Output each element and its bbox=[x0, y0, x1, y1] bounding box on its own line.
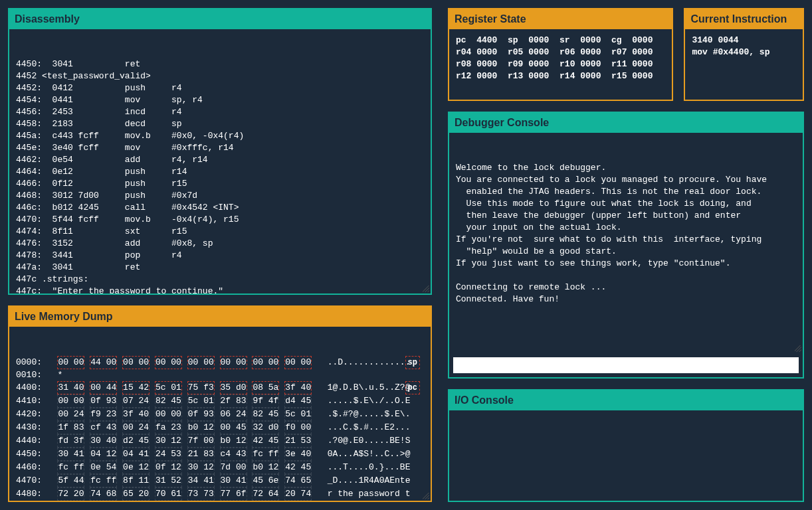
memory-word[interactable]: 74 68 bbox=[90, 487, 117, 501]
memory-ascii: 1@.D.B\.u.5..Z?@ bbox=[328, 382, 411, 392]
memory-word[interactable]: 21 53 bbox=[284, 434, 312, 448]
memory-word[interactable]: 72 20 bbox=[57, 487, 84, 501]
memory-word[interactable]: 00 00 bbox=[284, 356, 312, 369]
memory-word[interactable]: 15 42 bbox=[122, 381, 150, 394]
memory-word[interactable]: 30 12 bbox=[155, 434, 182, 448]
memory-addr: 0000: bbox=[16, 357, 57, 367]
memory-word[interactable]: 5c 01 bbox=[155, 381, 182, 394]
memory-word[interactable]: 82 45 bbox=[155, 394, 182, 408]
resize-grip-icon[interactable] bbox=[795, 345, 801, 352]
memory-word[interactable]: 74 65 bbox=[284, 474, 312, 487]
memory-word[interactable]: 00 24 bbox=[122, 421, 150, 434]
memory-word[interactable]: 00 45 bbox=[220, 421, 247, 434]
memory-addr: 4480: bbox=[16, 489, 57, 499]
memory-ascii: 0A...A$S!..C..>@ bbox=[328, 449, 411, 459]
memory-word[interactable]: b0 12 bbox=[252, 461, 279, 474]
memory-word[interactable]: c4 43 bbox=[220, 448, 247, 461]
memory-word[interactable]: 20 74 bbox=[284, 487, 312, 501]
memory-word[interactable]: cf 43 bbox=[90, 421, 117, 434]
memory-word[interactable]: 00 00 bbox=[187, 356, 215, 369]
disassembly-body[interactable]: 4450: 3041 ret 4452 <test_password_valid… bbox=[9, 29, 431, 294]
memory-word[interactable]: 42 45 bbox=[284, 461, 312, 474]
memory-word[interactable]: 72 64 bbox=[252, 487, 279, 501]
memory-word[interactable]: b0 12 bbox=[187, 421, 215, 434]
memory-word[interactable]: 1f 83 bbox=[57, 421, 84, 434]
memory-word[interactable]: 00 00 bbox=[122, 356, 150, 369]
memory-word[interactable]: b0 12 bbox=[220, 434, 247, 448]
memory-word[interactable]: 00 44 bbox=[90, 381, 117, 394]
memory-word[interactable]: 08 5a bbox=[252, 381, 279, 394]
disassembly-line: 445a: c443 fcff mov.b #0x0, -0x4(r4) bbox=[16, 130, 424, 142]
memory-word[interactable]: 5c 01 bbox=[187, 394, 215, 408]
memory-word[interactable]: f9 23 bbox=[90, 408, 117, 421]
memory-word[interactable]: 30 41 bbox=[220, 474, 247, 487]
memory-word[interactable]: f0 00 bbox=[284, 421, 312, 434]
memory-word[interactable]: 06 24 bbox=[220, 408, 247, 421]
memory-word[interactable]: 7d 00 bbox=[220, 461, 247, 474]
memory-word[interactable]: 2f 83 bbox=[220, 394, 247, 408]
memory-word[interactable]: 0e 12 bbox=[122, 461, 150, 474]
io-console-body[interactable] bbox=[449, 410, 803, 501]
memory-word[interactable]: 30 12 bbox=[187, 461, 215, 474]
memory-word[interactable]: fc ff bbox=[90, 474, 117, 487]
memory-dump-body[interactable]: 0000: 00 00 44 00 00 00 00 00 00 00 00 0… bbox=[9, 327, 431, 501]
memory-word[interactable]: 00 00 bbox=[220, 356, 247, 369]
resize-grip-icon[interactable] bbox=[423, 286, 429, 292]
memory-word[interactable]: fa 23 bbox=[155, 421, 182, 434]
memory-word[interactable]: 7f 00 bbox=[187, 434, 215, 448]
memory-word[interactable]: 00 00 bbox=[252, 356, 279, 369]
memory-word[interactable]: 70 61 bbox=[155, 487, 182, 501]
memory-word[interactable]: 3f 40 bbox=[122, 408, 150, 421]
memory-word[interactable]: 00 00 bbox=[57, 394, 84, 408]
memory-word[interactable]: 00 00 bbox=[57, 356, 84, 369]
memory-word[interactable]: 5c 01 bbox=[284, 408, 312, 421]
memory-word[interactable]: 42 45 bbox=[252, 434, 279, 448]
memory-word[interactable]: 34 41 bbox=[187, 474, 215, 487]
memory-word[interactable]: 04 12 bbox=[90, 448, 117, 461]
memory-word[interactable]: 32 d0 bbox=[252, 421, 279, 434]
memory-word[interactable]: 45 6e bbox=[252, 474, 279, 487]
memory-addr: 4440: bbox=[16, 436, 57, 446]
debugger-console-input[interactable] bbox=[453, 357, 799, 373]
memory-word[interactable]: 5f 44 bbox=[57, 474, 84, 487]
memory-word[interactable]: 0f 12 bbox=[155, 461, 182, 474]
memory-row: 4410: 00 00 0f 93 07 24 82 45 5c 01 2f 8… bbox=[16, 394, 424, 408]
memory-word[interactable]: 30 41 bbox=[57, 448, 84, 461]
memory-word[interactable]: 65 20 bbox=[122, 487, 150, 501]
memory-row: 4400: 31 40 00 44 15 42 5c 01 75 f3 35 d… bbox=[16, 381, 424, 394]
memory-word[interactable]: 31 40 bbox=[57, 381, 84, 394]
memory-word[interactable]: fd 3f bbox=[57, 434, 84, 448]
memory-word[interactable]: 75 f3 bbox=[187, 381, 215, 394]
memory-word[interactable]: 3f 40 bbox=[284, 381, 312, 394]
disassembly-line: 4452: 0412 push r4 bbox=[16, 82, 424, 94]
memory-word[interactable]: 21 83 bbox=[187, 448, 215, 461]
memory-word[interactable]: 31 52 bbox=[155, 474, 182, 487]
memory-word[interactable]: d2 45 bbox=[122, 434, 150, 448]
memory-word[interactable]: 73 73 bbox=[187, 487, 215, 501]
memory-word[interactable]: 82 45 bbox=[252, 408, 279, 421]
memory-pointer-tag-sp: sp bbox=[405, 356, 420, 369]
memory-word[interactable]: 0f 93 bbox=[187, 408, 215, 421]
memory-word[interactable]: 0e 54 bbox=[90, 461, 117, 474]
resize-grip-icon[interactable] bbox=[423, 493, 429, 499]
memory-word[interactable]: 24 53 bbox=[155, 448, 182, 461]
memory-word[interactable]: d4 45 bbox=[284, 394, 312, 408]
memory-word[interactable]: 30 40 bbox=[90, 434, 117, 448]
memory-addr: 4460: bbox=[16, 462, 57, 472]
memory-word[interactable]: 44 00 bbox=[90, 356, 117, 369]
memory-word[interactable]: 00 00 bbox=[155, 356, 182, 369]
memory-word[interactable]: 77 6f bbox=[220, 487, 247, 501]
memory-word[interactable]: 9f 4f bbox=[252, 394, 279, 408]
memory-word[interactable]: 3e 40 bbox=[284, 448, 312, 461]
memory-word[interactable]: 35 d0 bbox=[220, 381, 247, 394]
memory-word[interactable]: fc ff bbox=[252, 448, 279, 461]
memory-word[interactable]: 00 00 bbox=[155, 408, 182, 421]
memory-word[interactable]: fc ff bbox=[57, 461, 84, 474]
memory-word[interactable]: 04 41 bbox=[122, 448, 150, 461]
memory-word[interactable]: 00 24 bbox=[57, 408, 84, 421]
memory-word[interactable]: 8f 11 bbox=[122, 474, 150, 487]
memory-word[interactable]: 0f 93 bbox=[90, 394, 117, 408]
register-state-panel: Register State pc 4400 sp 0000 sr 0000 c… bbox=[448, 8, 673, 101]
disassembly-line: 445e: 3e40 fcff mov #0xfffc, r14 bbox=[16, 142, 424, 154]
memory-word[interactable]: 07 24 bbox=[122, 394, 150, 408]
